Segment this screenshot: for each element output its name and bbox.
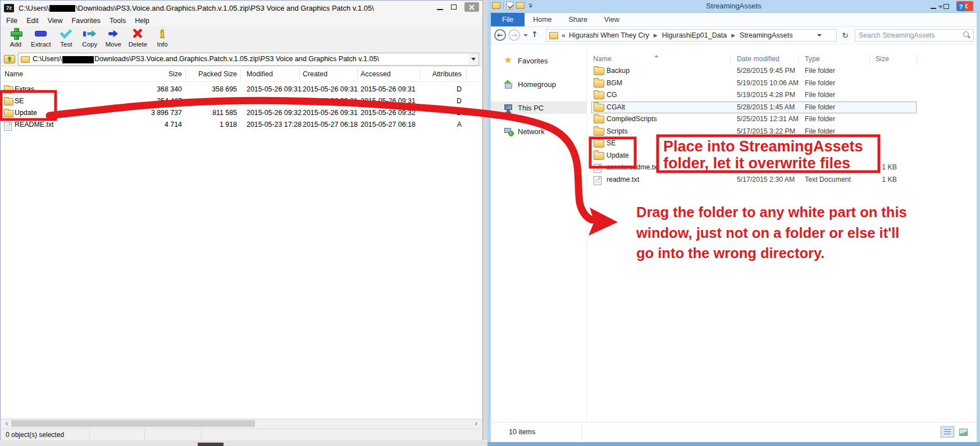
list-item[interactable]: Scripts 5/17/2015 3:22 PM File folder (587, 126, 976, 138)
scroll-right-arrow-icon[interactable]: › (472, 419, 481, 428)
list-item[interactable]: Backup 5/28/2015 9:45 PM File folder (587, 65, 976, 77)
ribbon-tab[interactable]: File (491, 13, 525, 26)
column-header-size[interactable]: Size (111, 70, 182, 78)
column-divider[interactable] (798, 54, 799, 65)
list-item[interactable]: Update (587, 150, 976, 162)
maximize-icon[interactable] (943, 4, 949, 9)
breadcrumb[interactable]: « Higurashi When They Cry▶HigurashiEp01_… (546, 29, 837, 42)
column-header-type[interactable]: Type (805, 55, 820, 63)
address-dropdown-button[interactable] (468, 54, 478, 65)
scrollbar-thumb[interactable] (11, 420, 255, 427)
sidebar-item-this-pc[interactable]: This PC (491, 102, 586, 114)
breadcrumb-label[interactable]: Higurashi When They Cry (569, 31, 649, 39)
breadcrumb-item[interactable]: Higurashi When They Cry▶ (569, 31, 662, 39)
list-item[interactable]: assetsreadme.txt 1 KB (587, 162, 976, 174)
maximize-icon[interactable] (451, 4, 457, 10)
help-icon[interactable]: ? (956, 2, 965, 11)
column-header-packed-size[interactable]: Packed Size (186, 70, 237, 78)
column-header-attributes[interactable]: Attributes (422, 70, 462, 78)
breadcrumb-item[interactable]: HigurashiEp01_Data▶ (662, 31, 740, 39)
column-divider[interactable] (917, 54, 917, 65)
search-box[interactable] (855, 29, 974, 42)
homegroup-icon (504, 80, 513, 89)
column-header-size[interactable]: Size (876, 55, 889, 63)
column-header-name[interactable]: Name (4, 70, 108, 78)
cell-name: Update (15, 109, 37, 117)
column-header-name[interactable]: Name (593, 55, 612, 63)
column-divider[interactable] (357, 68, 358, 80)
table-row[interactable]: Update 3 896 737 811 585 2015-05-26 09:3… (1, 107, 482, 119)
table-row[interactable]: SE 254 467 214 569 2015-05-26 09:31 2015… (1, 95, 482, 107)
up-button[interactable]: ↑ (531, 30, 538, 39)
sidebar-item-homegroup[interactable]: Homegroup (491, 78, 586, 90)
column-header-date-modified[interactable]: Date modified (737, 55, 780, 63)
column-divider[interactable] (240, 68, 241, 80)
list-item[interactable]: CompiledScripts 5/25/2015 12:31 AM File … (587, 113, 976, 126)
column-header-accessed[interactable]: Accessed (361, 70, 422, 78)
menu-item[interactable]: Edit (22, 17, 43, 25)
list-item[interactable]: readme.txt 5/17/2015 2:30 AM Text Docume… (587, 174, 976, 186)
minimize-icon[interactable] (437, 9, 443, 10)
menu-item[interactable]: Help (130, 17, 154, 25)
toolbar-button[interactable]: Test (54, 26, 78, 48)
back-button[interactable]: ← (494, 29, 506, 41)
column-divider[interactable] (730, 54, 731, 65)
sidebar-item-favorites[interactable]: Favorites (491, 54, 586, 67)
column-divider[interactable] (466, 68, 467, 80)
sevenzip-titlebar[interactable]: 7z C:\Users\\Downloads\PS3.Voice.and.Gra… (1, 1, 482, 15)
sidebar-item-network[interactable]: Network (491, 125, 586, 137)
cell-accessed: 2015-05-26 09:32 (361, 109, 422, 117)
column-divider[interactable] (420, 68, 421, 80)
list-item[interactable]: CGAlt 5/28/2015 1:45 AM File folder (587, 102, 976, 114)
breadcrumb-overflow-icon[interactable]: « (562, 31, 566, 39)
recent-locations-icon[interactable] (523, 34, 528, 36)
menu-item[interactable]: Favorites (67, 17, 105, 25)
toolbar-button-icon (105, 27, 122, 40)
address-dropdown-icon[interactable] (817, 34, 822, 36)
search-icon[interactable] (962, 31, 971, 40)
thumbnails-view-button[interactable] (956, 426, 970, 438)
address-combobox[interactable]: C:\Users\Downloads\PS3.Voice.and.Graphic… (18, 53, 479, 66)
column-divider[interactable] (185, 68, 186, 80)
file-type-icon (594, 140, 604, 148)
column-divider[interactable] (869, 54, 870, 65)
scroll-left-arrow-icon[interactable]: ‹ (2, 419, 11, 428)
details-view-button[interactable] (941, 426, 954, 438)
refresh-icon[interactable]: ↻ (839, 29, 851, 42)
toolbar-button[interactable]: Delete (125, 26, 151, 48)
toolbar-button[interactable]: Add (4, 26, 28, 48)
close-icon[interactable] (464, 2, 479, 12)
ribbon-tab[interactable]: Share (560, 13, 596, 26)
search-input[interactable] (855, 31, 962, 39)
toolbar-button[interactable]: Move (102, 26, 125, 48)
toolbar-button[interactable]: Extract (28, 26, 54, 48)
column-divider[interactable] (299, 68, 300, 80)
menu-item[interactable]: View (43, 17, 67, 25)
minimize-icon[interactable] (931, 8, 936, 9)
table-row[interactable]: Extras 368 340 358 695 2015-05-26 09:31 … (1, 84, 482, 95)
breadcrumb-item[interactable]: StreamingAssets (740, 31, 792, 39)
chevron-down-icon (471, 58, 476, 61)
breadcrumb-label[interactable]: StreamingAssets (740, 31, 792, 39)
explorer-titlebar[interactable]: StreamingAssets (487, 0, 980, 13)
list-item[interactable]: CG 5/19/2015 4:28 PM File folder (587, 89, 976, 102)
list-item[interactable]: SE (587, 137, 976, 150)
table-row[interactable]: README.txt 4 714 1 918 2015-05-23 17:28 … (1, 119, 482, 131)
menu-item[interactable]: Tools (105, 17, 130, 25)
forward-button[interactable]: → (508, 29, 520, 41)
list-item[interactable]: BGM 5/19/2015 10:06 AM File folder (587, 77, 976, 90)
toolbar-button[interactable]: Info (151, 26, 174, 48)
toolbar-button[interactable]: Copy (78, 26, 102, 48)
file-type-icon (594, 164, 601, 173)
breadcrumb-label[interactable]: HigurashiEp01_Data (662, 31, 727, 39)
root-folder-icon[interactable] (4, 55, 15, 63)
cell-accessed: 2015-05-27 06:18 (361, 121, 422, 128)
horizontal-scrollbar[interactable]: ‹ › (1, 419, 482, 429)
ribbon-tab[interactable]: Home (525, 13, 560, 26)
ribbon-tab[interactable]: View (596, 13, 628, 26)
toolbar-button-label: Test (60, 41, 72, 48)
column-header-created[interactable]: Created (303, 70, 364, 78)
ribbon-collapse-icon[interactable] (938, 6, 943, 8)
cell-size: 1 KB (852, 163, 897, 171)
menu-item[interactable]: File (2, 17, 22, 25)
